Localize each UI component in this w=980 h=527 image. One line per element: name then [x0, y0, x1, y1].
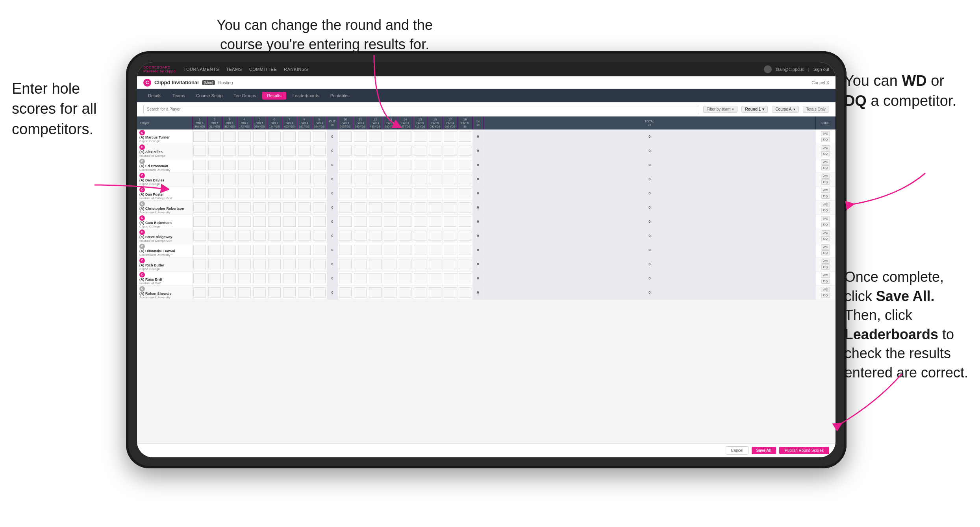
dq-button[interactable]: DQ: [821, 264, 830, 270]
hole-16-score-input[interactable]: [429, 273, 441, 283]
course-selector[interactable]: Course A ▾: [772, 106, 798, 113]
hole-15-score-input[interactable]: [414, 188, 426, 198]
hole-3-score-input[interactable]: [223, 146, 236, 156]
dq-button[interactable]: DQ: [821, 236, 830, 241]
hole-12-score-input[interactable]: [369, 273, 382, 283]
wd-button[interactable]: WD: [821, 202, 830, 207]
hole-17-score-input[interactable]: [444, 202, 456, 213]
hole-8-score-input[interactable]: [298, 174, 311, 184]
hole-13-score-input[interactable]: [384, 287, 396, 298]
wd-button[interactable]: WD: [821, 145, 830, 150]
hole-16-score-input[interactable]: [429, 188, 441, 198]
hole-3-score-input[interactable]: [223, 131, 236, 142]
hole-12-score-input[interactable]: [369, 245, 382, 255]
hole-3-score-input[interactable]: [223, 231, 236, 241]
hole-15-score-input[interactable]: [414, 174, 426, 184]
hole-13-score-input[interactable]: [384, 245, 396, 255]
dq-button[interactable]: DQ: [821, 137, 830, 142]
nav-committee[interactable]: COMMITTEE: [249, 67, 277, 72]
hole-11-score-input[interactable]: [354, 245, 367, 255]
hole-14-score-input[interactable]: [399, 287, 411, 298]
hole-2-score-input[interactable]: [208, 231, 221, 241]
hole-14-score-input[interactable]: [399, 231, 411, 241]
hole-3-score-input[interactable]: [223, 174, 236, 184]
hole-1-score-input[interactable]: [193, 174, 206, 184]
hole-9-score-input[interactable]: [313, 245, 326, 255]
hole-10-score-input[interactable]: [339, 216, 352, 227]
hole-11-score-input[interactable]: [354, 202, 367, 213]
hole-15-score-input[interactable]: [414, 146, 426, 156]
dq-button[interactable]: DQ: [821, 279, 830, 284]
hole-1-score-input[interactable]: [193, 245, 206, 255]
hole-9-score-input[interactable]: [313, 160, 326, 170]
hole-5-score-input[interactable]: [253, 273, 266, 283]
search-input[interactable]: [143, 105, 699, 114]
hole-11-score-input[interactable]: [354, 216, 367, 227]
hole-8-score-input[interactable]: [298, 287, 311, 298]
hole-17-score-input[interactable]: [444, 174, 456, 184]
hole-3-score-input[interactable]: [223, 273, 236, 283]
dq-button[interactable]: DQ: [821, 222, 830, 227]
hole-15-score-input[interactable]: [414, 216, 426, 227]
hole-13-score-input[interactable]: [384, 216, 396, 227]
hole-1-score-input[interactable]: [193, 259, 206, 269]
hole-5-score-input[interactable]: [253, 245, 266, 255]
hole-8-score-input[interactable]: [298, 160, 311, 170]
hole-7-score-input[interactable]: [283, 174, 296, 184]
hole-2-score-input[interactable]: [208, 273, 221, 283]
hole-17-score-input[interactable]: [444, 259, 456, 269]
cancel-button[interactable]: Cancel: [726, 446, 748, 455]
hole-14-score-input[interactable]: [399, 188, 411, 198]
hole-18-score-input[interactable]: [459, 259, 471, 269]
hole-17-score-input[interactable]: [444, 231, 456, 241]
hole-13-score-input[interactable]: [384, 146, 396, 156]
hole-18-score-input[interactable]: [459, 188, 471, 198]
hole-7-score-input[interactable]: [283, 160, 296, 170]
hole-16-score-input[interactable]: [429, 216, 441, 227]
hole-7-score-input[interactable]: [283, 259, 296, 269]
wd-button[interactable]: WD: [821, 188, 830, 193]
save-all-button[interactable]: Save All: [752, 447, 776, 454]
hole-11-score-input[interactable]: [354, 259, 367, 269]
hole-16-score-input[interactable]: [429, 174, 441, 184]
wd-button[interactable]: WD: [821, 174, 830, 179]
hole-14-score-input[interactable]: [399, 259, 411, 269]
hole-13-score-input[interactable]: [384, 188, 396, 198]
hole-3-score-input[interactable]: [223, 160, 236, 170]
hole-16-score-input[interactable]: [429, 245, 441, 255]
hole-8-score-input[interactable]: [298, 245, 311, 255]
hole-5-score-input[interactable]: [253, 146, 266, 156]
hole-13-score-input[interactable]: [384, 259, 396, 269]
hole-12-score-input[interactable]: [369, 287, 382, 298]
hole-8-score-input[interactable]: [298, 231, 311, 241]
hole-11-score-input[interactable]: [354, 160, 367, 170]
hole-9-score-input[interactable]: [313, 216, 326, 227]
wd-button[interactable]: WD: [821, 287, 830, 292]
wd-button[interactable]: WD: [821, 131, 830, 136]
hole-6-score-input[interactable]: [268, 231, 281, 241]
wd-button[interactable]: WD: [821, 273, 830, 278]
hole-12-score-input[interactable]: [369, 131, 382, 142]
hole-5-score-input[interactable]: [253, 231, 266, 241]
hole-6-score-input[interactable]: [268, 245, 281, 255]
hole-1-score-input[interactable]: [193, 131, 206, 142]
hole-6-score-input[interactable]: [268, 174, 281, 184]
hole-18-score-input[interactable]: [459, 131, 471, 142]
hole-1-score-input[interactable]: [193, 287, 206, 298]
hole-7-score-input[interactable]: [283, 131, 296, 142]
hole-1-score-input[interactable]: [193, 216, 206, 227]
hole-9-score-input[interactable]: [313, 287, 326, 298]
hole-10-score-input[interactable]: [339, 287, 352, 298]
hole-2-score-input[interactable]: [208, 287, 221, 298]
hole-10-score-input[interactable]: [339, 202, 352, 213]
hole-9-score-input[interactable]: [313, 273, 326, 283]
hole-9-score-input[interactable]: [313, 231, 326, 241]
hole-8-score-input[interactable]: [298, 188, 311, 198]
hole-16-score-input[interactable]: [429, 160, 441, 170]
nav-rankings[interactable]: RANKINGS: [284, 67, 308, 72]
hole-7-score-input[interactable]: [283, 287, 296, 298]
nav-sign-out[interactable]: Sign out: [813, 67, 829, 72]
hole-15-score-input[interactable]: [414, 273, 426, 283]
publish-round-scores-button[interactable]: Publish Round Scores: [779, 447, 829, 454]
hole-10-score-input[interactable]: [339, 146, 352, 156]
